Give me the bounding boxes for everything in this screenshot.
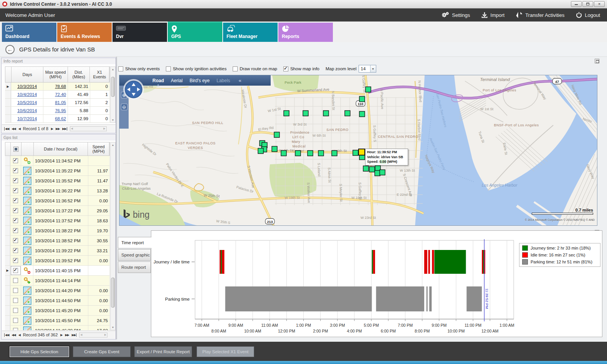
prev-page-icon[interactable]: ◀◀ bbox=[12, 127, 15, 131]
row-checkbox[interactable]: ✓ bbox=[13, 158, 18, 163]
checkbox-cell[interactable]: ✓ bbox=[10, 236, 21, 245]
expand-map-panel-button[interactable] bbox=[595, 59, 599, 63]
gps-point-marker[interactable] bbox=[284, 111, 289, 116]
checkbox-cell[interactable]: ✓ bbox=[10, 206, 21, 215]
checkbox-cell[interactable] bbox=[10, 306, 21, 315]
checkbox-cell[interactable]: ✓ bbox=[10, 166, 21, 175]
map-option-3[interactable]: ✓Show map info bbox=[283, 66, 319, 71]
row-checkbox[interactable] bbox=[13, 328, 18, 330]
footer-button-create-gps-event[interactable]: Create Gps Event bbox=[73, 346, 131, 357]
gps-point-marker[interactable] bbox=[332, 151, 337, 156]
checkbox-cell[interactable]: ✓ bbox=[10, 266, 21, 275]
gps-row[interactable]: ▶✓10/3/2014 11:40:15 PM bbox=[5, 266, 110, 276]
gps-point-marker[interactable] bbox=[258, 148, 263, 154]
gps-row[interactable]: 10/3/2014 11:45:50 PM24.75 bbox=[5, 316, 110, 326]
report-tab-speed-graphic[interactable]: Speed graphic bbox=[118, 249, 151, 261]
gps-point-marker[interactable] bbox=[323, 111, 329, 116]
max-speed-link[interactable]: 81.05 bbox=[55, 100, 66, 105]
report-tab-time-report[interactable]: Time report bbox=[118, 237, 152, 248]
row-checkbox[interactable]: ✓ bbox=[13, 198, 18, 203]
gps-row[interactable]: ✓10/3/2014 11:38:22 PM19.70 bbox=[5, 226, 110, 236]
zoom-out-icon[interactable]: ⊖ bbox=[121, 104, 127, 110]
toolbar-action-transfer[interactable]: Transfer Activities bbox=[516, 12, 564, 18]
tab-dvr[interactable]: Dvr bbox=[112, 23, 167, 42]
last-record-icon[interactable]: ▶▶ bbox=[62, 127, 67, 131]
gps-point-marker[interactable] bbox=[363, 166, 369, 171]
days-cell[interactable]: 10/3/2014 bbox=[11, 83, 43, 90]
row-checkbox[interactable]: ✓ bbox=[13, 248, 18, 253]
gps-row[interactable]: ✓10/3/2014 11:37:22 PM29.05 bbox=[5, 206, 110, 216]
max-speed-link[interactable]: 68.62 bbox=[55, 116, 66, 121]
row-checkbox[interactable]: ✓ bbox=[13, 218, 18, 223]
row-checkbox[interactable]: ✓ bbox=[13, 168, 18, 173]
gps-point-marker[interactable] bbox=[345, 111, 350, 116]
max-speed-cell[interactable]: 68.62 bbox=[43, 115, 68, 122]
days-link[interactable]: 10/7/2014 bbox=[17, 116, 37, 121]
checkbox-cell[interactable] bbox=[10, 326, 21, 330]
row-checkbox[interactable]: ✓ bbox=[13, 258, 18, 263]
map-canvas[interactable]: Crest RdPeck ParkW Summerland AveMirales… bbox=[119, 75, 597, 226]
prev-record-icon[interactable]: ◀ bbox=[18, 333, 20, 337]
gps-point-marker[interactable] bbox=[272, 146, 277, 152]
info-row[interactable]: 10/5/201481.05172.562 bbox=[5, 99, 110, 107]
days-link[interactable]: 10/3/2014 bbox=[17, 84, 37, 89]
gps-row[interactable]: ✓10/3/2014 11:39:52 PM0.00 bbox=[5, 256, 110, 266]
checkbox-cell[interactable] bbox=[10, 316, 21, 325]
checkbox-cell[interactable]: ✓ bbox=[10, 216, 21, 225]
gps-point-marker[interactable] bbox=[380, 170, 385, 175]
map-compass-control[interactable] bbox=[122, 78, 145, 101]
toolbar-action-settings[interactable]: Settings bbox=[442, 12, 470, 18]
gps-point-marker[interactable] bbox=[274, 132, 280, 137]
gps-point-marker[interactable] bbox=[308, 151, 313, 156]
max-speed-cell[interactable]: 81.05 bbox=[43, 99, 68, 106]
max-speed-cell[interactable]: 76.95 bbox=[43, 107, 68, 114]
row-checkbox[interactable]: ✓ bbox=[13, 188, 18, 193]
row-checkbox[interactable] bbox=[13, 298, 18, 303]
row-checkbox[interactable] bbox=[13, 288, 18, 293]
map-style-labels[interactable]: Labels bbox=[217, 78, 230, 83]
days-cell[interactable]: 10/4/2014 bbox=[11, 91, 43, 98]
tab-dashboard[interactable]: Dashboard bbox=[2, 23, 56, 42]
back-button[interactable]: ← bbox=[5, 45, 15, 54]
first-record-icon[interactable]: ◀◀ bbox=[4, 333, 9, 337]
gps-row[interactable]: ✓10/3/2014 11:38:52 PM30.55 bbox=[5, 236, 110, 246]
checkbox-cell[interactable]: ✓ bbox=[10, 196, 21, 205]
info-col-header[interactable]: X1 Events bbox=[90, 67, 109, 82]
max-speed-cell[interactable]: 78.68 bbox=[43, 83, 68, 90]
gps-point-marker[interactable] bbox=[318, 151, 324, 156]
tab-events[interactable]: Events & Reviews bbox=[57, 23, 112, 42]
gps-row[interactable]: ✓10/3/2014 11:39:22 PM33.21 bbox=[5, 246, 110, 256]
panel-splitter[interactable] bbox=[116, 57, 117, 339]
info-col-header[interactable]: Max speed (MPH) bbox=[43, 67, 68, 82]
row-checkbox[interactable]: ✓ bbox=[13, 228, 18, 233]
gps-point-marker[interactable] bbox=[375, 170, 380, 176]
gps-row[interactable]: 10/3/2014 11:44:50 PM0.00 bbox=[5, 296, 110, 306]
tab-fleet[interactable]: Fleet Manager bbox=[223, 23, 278, 42]
info-report-scrollbar[interactable]: ▲▼ bbox=[110, 66, 116, 123]
next-record-icon[interactable]: ▶ bbox=[51, 127, 53, 131]
minimize-button[interactable] bbox=[571, 1, 582, 7]
map-option-checkbox[interactable] bbox=[166, 66, 171, 71]
footer-button-export-print-route-report[interactable]: Export / Print Route Report bbox=[134, 346, 192, 357]
map-option-checkbox[interactable]: ✓ bbox=[283, 66, 288, 71]
map-option-checkbox[interactable] bbox=[233, 66, 238, 71]
gps-col-header[interactable]: Speed (MPH) bbox=[88, 142, 109, 156]
gps-row[interactable]: ✓10/3/2014 11:34:52 PM bbox=[5, 156, 110, 166]
map-option-0[interactable]: Show only events bbox=[118, 66, 160, 71]
checkbox-cell[interactable]: ✓ bbox=[10, 156, 21, 165]
gps-point-marker[interactable] bbox=[359, 96, 365, 102]
gps-col-header[interactable]: Date / hour (local) bbox=[34, 142, 88, 156]
gps-list-pager[interactable]: ◀◀ ◀◀ ◀ Record 345 of 362 ▶ ▶▶ ▶▶ ◀▶ bbox=[2, 331, 116, 339]
gps-row[interactable]: ✓10/3/2014 11:35:52 PM11.47 bbox=[5, 176, 110, 186]
last-record-icon[interactable]: ▶▶ bbox=[72, 333, 76, 337]
toolbar-action-logout[interactable]: Logout bbox=[576, 12, 600, 18]
selected-gps-marker[interactable] bbox=[359, 149, 365, 155]
checkbox-cell[interactable] bbox=[10, 286, 21, 295]
info-row[interactable]: ▶10/3/201478.68142.310 bbox=[5, 83, 110, 91]
gps-list-scrollbar[interactable]: ▲▼ bbox=[110, 142, 116, 330]
map-style-aerial[interactable]: Aerial bbox=[171, 78, 183, 83]
info-col-header[interactable]: Days bbox=[12, 67, 43, 82]
gps-row[interactable]: ✓10/3/2014 11:36:22 PM13.28 bbox=[5, 186, 110, 196]
bing-map[interactable]: Crest RdPeck ParkW Summerland AveMirales… bbox=[119, 75, 597, 226]
checkbox-cell[interactable]: ✓ bbox=[10, 176, 21, 185]
